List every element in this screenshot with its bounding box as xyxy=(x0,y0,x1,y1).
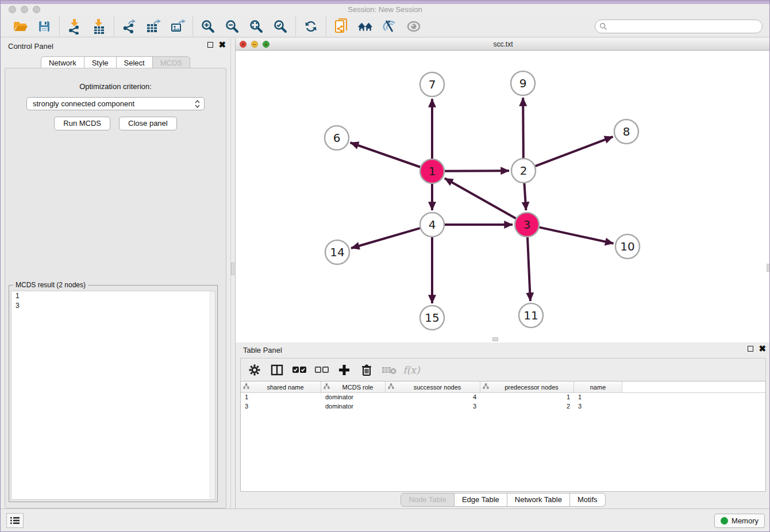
table-cell[interactable]: 3 xyxy=(574,402,622,411)
column-header-predecessor-nodes[interactable]: predecessor nodes xyxy=(480,381,574,392)
panel-splitter[interactable] xyxy=(230,38,235,510)
tab-network-table[interactable]: Network Table xyxy=(507,493,570,507)
tab-edge-table[interactable]: Edge Table xyxy=(455,493,507,507)
node-4[interactable]: 4 xyxy=(420,213,444,237)
tree-icon xyxy=(243,383,252,391)
float-table-panel-icon[interactable] xyxy=(748,346,753,352)
select-all-icon[interactable] xyxy=(292,363,307,377)
criterion-dropdown[interactable]: strongly connected component xyxy=(26,97,205,110)
node-1[interactable]: 1 xyxy=(420,159,444,183)
edge-4-14[interactable] xyxy=(351,228,420,248)
table-row[interactable]: 1dominator411 xyxy=(241,393,765,402)
node-15[interactable]: 15 xyxy=(420,306,444,330)
edge-3-1[interactable] xyxy=(445,178,516,218)
import-network-icon[interactable] xyxy=(66,18,83,35)
search-field[interactable] xyxy=(595,20,763,33)
splitter-grip[interactable] xyxy=(231,263,234,275)
tab-node-table[interactable]: Node Table xyxy=(401,493,455,507)
delete-table-icon[interactable] xyxy=(382,363,396,377)
zoom-out-icon[interactable] xyxy=(224,18,241,35)
canvas-right-grip[interactable] xyxy=(767,264,770,272)
zoom-window-button[interactable] xyxy=(33,6,40,13)
table-cell[interactable]: dominator xyxy=(321,402,386,411)
edge-3-10[interactable] xyxy=(539,228,613,244)
table-cell[interactable]: 3 xyxy=(241,402,321,411)
node-label: 11 xyxy=(523,309,538,322)
export-image-icon[interactable] xyxy=(169,18,186,35)
network-window-titlebar[interactable]: × − + scc.txt xyxy=(236,38,770,51)
export-network-icon[interactable] xyxy=(121,18,138,35)
node-11[interactable]: 11 xyxy=(519,303,543,327)
table-row[interactable]: 3dominator323 xyxy=(241,402,765,411)
control-panel: Control Panel ✖ NetworkStyleSelectMCDS O… xyxy=(1,38,230,510)
task-history-button[interactable] xyxy=(6,513,24,528)
export-table-icon[interactable] xyxy=(145,18,162,35)
edge-3-11[interactable] xyxy=(528,237,530,301)
table-cell[interactable]: dominator xyxy=(321,393,386,402)
result-scrollbar[interactable] xyxy=(210,291,215,499)
table-cell[interactable]: 1 xyxy=(574,393,622,402)
open-session-icon[interactable] xyxy=(11,18,29,35)
zoom-in-icon[interactable] xyxy=(199,18,217,35)
toggle-panel-icon[interactable] xyxy=(270,363,284,377)
network-minimize-button[interactable]: − xyxy=(251,41,258,48)
close-panel-icon[interactable]: ✖ xyxy=(218,42,226,48)
apply-layout-icon[interactable] xyxy=(302,18,319,35)
edge-1-2[interactable] xyxy=(445,171,509,171)
table-cell[interactable]: 3 xyxy=(386,402,480,411)
reset-view-icon[interactable] xyxy=(357,18,374,35)
network-view-window: × − + scc.txt 7968124314101511 xyxy=(235,38,770,342)
float-panel-icon[interactable] xyxy=(207,42,213,48)
add-column-icon[interactable] xyxy=(337,363,352,377)
node-table[interactable]: shared nameMCDS rolesuccessor nodesprede… xyxy=(240,381,766,492)
run-mcds-button[interactable]: Run MCDS xyxy=(54,117,110,130)
node-8[interactable]: 8 xyxy=(614,119,638,144)
table-cell[interactable]: 2 xyxy=(480,402,574,411)
tab-motifs[interactable]: Motifs xyxy=(570,493,606,507)
table-cell[interactable]: 4 xyxy=(386,393,480,402)
search-icon xyxy=(599,22,607,30)
table-cell[interactable]: 1 xyxy=(480,393,574,402)
close-table-panel-icon[interactable]: ✖ xyxy=(759,346,766,352)
edge-1-6[interactable] xyxy=(351,142,421,167)
mcds-result-area[interactable]: 13 xyxy=(11,291,215,500)
save-session-icon[interactable] xyxy=(36,18,53,35)
node-10[interactable]: 10 xyxy=(615,234,640,259)
delete-column-icon[interactable] xyxy=(359,363,374,377)
node-14[interactable]: 14 xyxy=(325,240,349,264)
mcds-tab-content: Optimization criterion: strongly connect… xyxy=(5,68,226,508)
memory-button[interactable]: Memory xyxy=(714,514,765,528)
column-header-name[interactable]: name xyxy=(574,381,622,392)
minimize-window-button[interactable] xyxy=(21,6,28,13)
deselect-all-icon[interactable] xyxy=(314,363,329,377)
zoom-selected-icon[interactable] xyxy=(272,18,289,35)
network-close-button[interactable]: × xyxy=(240,41,247,48)
edge-2-8[interactable] xyxy=(536,137,613,166)
node-6[interactable]: 6 xyxy=(325,126,349,150)
edge-2-9[interactable] xyxy=(523,98,523,158)
network-maximize-button[interactable]: + xyxy=(263,41,270,48)
canvas-bottom-grip[interactable] xyxy=(492,337,498,341)
column-header-MCDS-role[interactable]: MCDS role xyxy=(321,381,386,392)
hide-graphics-details-icon[interactable] xyxy=(381,18,398,35)
search-input[interactable] xyxy=(607,22,758,31)
close-panel-button[interactable]: Close panel xyxy=(119,117,177,130)
close-window-button[interactable] xyxy=(9,6,16,13)
new-network-from-selection-icon[interactable] xyxy=(333,18,350,35)
node-3[interactable]: 3 xyxy=(515,213,539,237)
network-window-controls: × − + xyxy=(240,41,270,48)
network-graph[interactable]: 7968124314101511 xyxy=(236,51,770,342)
import-table-icon[interactable] xyxy=(90,18,107,35)
table-options-icon[interactable] xyxy=(247,363,262,377)
column-header-successor-nodes[interactable]: successor nodes xyxy=(386,381,480,392)
network-canvas[interactable]: 7968124314101511 xyxy=(236,51,770,342)
node-2[interactable]: 2 xyxy=(511,159,536,183)
criterion-dropdown-value: strongly connected component xyxy=(33,99,194,108)
zoom-fit-icon[interactable] xyxy=(248,18,265,35)
node-7[interactable]: 7 xyxy=(420,72,444,97)
column-header-shared-name[interactable]: shared name xyxy=(241,381,321,392)
table-cell[interactable]: 1 xyxy=(241,393,321,402)
show-graphics-details-icon[interactable] xyxy=(405,18,422,35)
node-9[interactable]: 9 xyxy=(511,71,535,95)
edge-2-3[interactable] xyxy=(524,183,526,210)
